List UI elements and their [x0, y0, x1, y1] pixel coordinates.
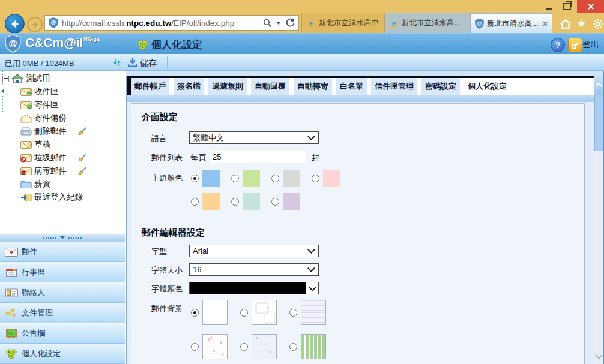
- save-button[interactable]: 儲存: [140, 58, 157, 69]
- browser-tab-active[interactable]: @ 新北市清水高...: [470, 13, 552, 33]
- logout-key-icon[interactable]: [568, 38, 582, 52]
- tree-item-virus-mail[interactable]: 病毒郵件: [20, 165, 87, 177]
- restore-button[interactable]: [558, 0, 576, 13]
- tree-item-junk-mail[interactable]: 垃圾郵件: [20, 152, 87, 164]
- sidebar-item-bulletin-board[interactable]: 公告欄: [0, 323, 125, 344]
- theme-color-radio-gray[interactable]: [271, 175, 279, 182]
- logout-button[interactable]: 登出: [582, 40, 599, 50]
- theme-swatch-green[interactable]: [243, 170, 260, 187]
- background-radio-flowers[interactable]: [240, 343, 248, 351]
- tab-password-settings[interactable]: 密碼設定: [421, 78, 460, 95]
- folder-icon: [20, 180, 32, 189]
- font-color-select[interactable]: [189, 282, 319, 294]
- tree-item-root-account[interactable]: 測試用: [2, 73, 50, 85]
- sidebar-item-mail[interactable]: 郵件: [0, 242, 125, 262]
- theme-color-radio-purple[interactable]: [271, 198, 279, 206]
- mail-list-label: 郵件列表: [151, 152, 183, 163]
- theme-color-radio-pink[interactable]: [312, 175, 319, 182]
- empty-folder-broom-icon[interactable]: [77, 153, 87, 163]
- sidebar-item-personalization[interactable]: 個人化設定: [0, 344, 125, 364]
- nav-collapse-bar[interactable]: [0, 234, 125, 242]
- theme-color-radio-teal[interactable]: [231, 198, 239, 206]
- quota-usage-text: 已用 0MB / 1024MB: [5, 58, 74, 69]
- tree-item-salary-folder[interactable]: 薪資: [20, 178, 50, 190]
- url-text: http://ccmail.cssh.ntpc.edu.tw/EIP/oll/i…: [62, 19, 234, 28]
- scroll-down-button[interactable]: [594, 350, 603, 363]
- tree-item-deleted-mail[interactable]: 刪除郵件: [20, 125, 87, 137]
- tab-auto-forward[interactable]: 自動轉寄: [294, 78, 332, 95]
- save-icon[interactable]: [127, 57, 138, 67]
- theme-swatch-pink[interactable]: [323, 170, 340, 187]
- theme-color-radio-orange[interactable]: [191, 198, 199, 206]
- svg-text:e: e: [392, 20, 396, 27]
- scrollbar-thumb[interactable]: [594, 95, 603, 151]
- theme-swatch-gray[interactable]: [283, 170, 300, 187]
- background-swatch-lines[interactable]: [301, 300, 326, 325]
- font-size-select[interactable]: 16: [189, 263, 319, 276]
- scroll-up-button[interactable]: [594, 76, 603, 95]
- tab-whitelist[interactable]: 白名單: [336, 78, 367, 95]
- home-button[interactable]: [560, 19, 572, 29]
- forward-button[interactable]: [27, 17, 43, 32]
- settings-button[interactable]: [593, 19, 603, 29]
- minimize-button[interactable]: [540, 0, 558, 13]
- sidebar-item-contacts[interactable]: 聯絡人: [0, 282, 125, 303]
- restore-icon: [563, 3, 571, 10]
- tree-item-drafts[interactable]: 草稿: [20, 139, 50, 151]
- per-page-input[interactable]: 25: [210, 151, 306, 163]
- background-radio-green-stripes[interactable]: [289, 343, 297, 351]
- background-swatch-paw-prints[interactable]: [202, 334, 228, 359]
- address-bar[interactable]: @ http://ccmail.cssh.ntpc.edu.tw/EIP/oll…: [44, 15, 299, 31]
- tab-personalization[interactable]: 個人化設定: [464, 78, 510, 95]
- theme-swatch-blue[interactable]: [202, 170, 220, 187]
- sidebar-item-calendar[interactable]: 行事曆: [0, 262, 125, 282]
- refresh-icon[interactable]: [285, 18, 295, 28]
- tree-item-outbox[interactable]: 寄件匣: [20, 99, 59, 111]
- favorites-button[interactable]: ★: [576, 17, 587, 29]
- close-button[interactable]: [577, 0, 604, 13]
- search-options-caret-icon[interactable]: [276, 22, 281, 25]
- empty-folder-broom-icon[interactable]: [77, 127, 87, 136]
- theme-color-radio-green[interactable]: [231, 175, 239, 182]
- tab-filter-rules[interactable]: 過濾規則: [208, 78, 247, 95]
- sync-arrows-icon[interactable]: [112, 58, 122, 67]
- browser-tab-1[interactable]: e 新北市立清水高中: [301, 13, 385, 33]
- tab-auto-reply[interactable]: 自動回覆: [251, 78, 289, 95]
- tab-signature[interactable]: 簽名檔: [174, 78, 204, 95]
- tree-item-recent-login-log[interactable]: 最近登入紀錄: [20, 191, 83, 203]
- back-button[interactable]: [5, 14, 25, 34]
- font-select[interactable]: Arial: [189, 245, 319, 257]
- chevron-down-icon: [309, 284, 316, 291]
- background-swatch-green-stripes[interactable]: [301, 334, 326, 359]
- background-radio-squares[interactable]: [240, 309, 248, 317]
- content-scrollbar[interactable]: [594, 76, 603, 364]
- collapse-node-icon[interactable]: [2, 76, 9, 82]
- tab-mailbox-management[interactable]: 信件匣管理: [371, 78, 417, 95]
- background-radio-paw-prints[interactable]: [191, 343, 199, 351]
- theme-swatch-purple[interactable]: [283, 193, 300, 210]
- theme-swatch-orange[interactable]: [202, 193, 220, 210]
- close-icon: [587, 3, 594, 10]
- empty-folder-broom-icon[interactable]: [77, 166, 87, 176]
- browser-tab-2[interactable]: e 新北市立清水高...: [385, 13, 470, 33]
- theme-color-radio-blue[interactable]: [191, 175, 199, 182]
- language-select[interactable]: 繁體中文: [189, 131, 319, 144]
- background-radio-lines[interactable]: [289, 309, 297, 317]
- tab-mail-account[interactable]: 郵件帳戶: [131, 78, 169, 95]
- deleted-mail-icon: [20, 127, 32, 136]
- help-button[interactable]: ?: [551, 38, 565, 52]
- background-swatch-plain-white[interactable]: [202, 300, 228, 325]
- search-icon[interactable]: [263, 19, 272, 28]
- font-color-label: 字體顏色: [151, 284, 183, 294]
- tree-item-sent-backup[interactable]: 寄件備份: [20, 112, 67, 124]
- tab-close-icon[interactable]: [542, 21, 548, 26]
- sidebar-item-documents[interactable]: ★★★ 文件管理: [0, 303, 125, 323]
- sidebar-item-label: 聯絡人: [22, 287, 45, 298]
- browser-tab-title: 新北市清水高...: [487, 19, 539, 29]
- tree-item-inbox[interactable]: 收件匣: [20, 86, 59, 98]
- theme-swatch-teal[interactable]: [243, 193, 260, 210]
- background-swatch-squares[interactable]: [252, 300, 277, 325]
- back-arrow-icon: [10, 19, 20, 29]
- background-swatch-flowers[interactable]: [252, 334, 277, 359]
- background-radio-plain-white[interactable]: [191, 309, 199, 317]
